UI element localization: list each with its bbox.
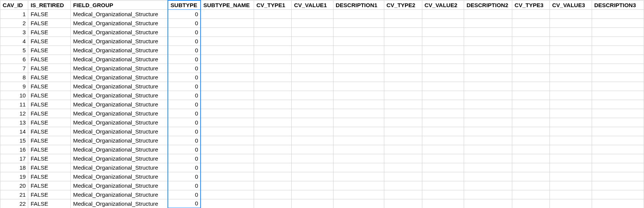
cell-cv_value3[interactable] <box>550 190 592 199</box>
cell-description1[interactable] <box>333 55 384 64</box>
cell-cv_type2[interactable] <box>384 127 422 136</box>
cell-cv_type3[interactable] <box>512 27 550 36</box>
table-row[interactable]: 12FALSEMedical_Organizational_Structure0 <box>0 109 644 118</box>
cell-cv_type2[interactable] <box>384 46 422 55</box>
cell-cav_id[interactable]: 2 <box>0 18 28 27</box>
cell-description2[interactable] <box>464 127 512 136</box>
cell-cav_id[interactable]: 4 <box>0 36 28 46</box>
cell-cv_value3[interactable] <box>550 118 592 127</box>
cell-cv_type2[interactable] <box>384 100 422 109</box>
cell-description2[interactable] <box>464 190 512 199</box>
cell-cv_value1[interactable] <box>292 73 333 82</box>
cell-description1[interactable] <box>333 64 384 73</box>
cell-subtype[interactable]: 0 <box>168 172 201 181</box>
column-header-subtype[interactable]: SUBTYPE <box>168 0 201 9</box>
cell-cv_type1[interactable] <box>254 100 292 109</box>
cell-cv_value1[interactable] <box>292 36 333 46</box>
cell-cv_type1[interactable] <box>254 163 292 172</box>
cell-subtype[interactable]: 0 <box>168 18 201 27</box>
cell-cv_type1[interactable] <box>254 36 292 46</box>
cell-cv_type1[interactable] <box>254 18 292 27</box>
cell-description1[interactable] <box>333 163 384 172</box>
cell-description1[interactable] <box>333 190 384 199</box>
column-header-cv_type2[interactable]: CV_TYPE2 <box>384 0 422 9</box>
cell-subtype_name[interactable] <box>201 46 254 55</box>
cell-subtype_name[interactable] <box>201 181 254 190</box>
cell-cv_type2[interactable] <box>384 73 422 82</box>
cell-description3[interactable] <box>592 9 644 18</box>
cell-cv_type3[interactable] <box>512 127 550 136</box>
cell-field_group[interactable]: Medical_Organizational_Structure <box>71 100 168 109</box>
cell-cv_value3[interactable] <box>550 82 592 91</box>
column-header-field_group[interactable]: FIELD_GROUP <box>71 0 168 9</box>
cell-field_group[interactable]: Medical_Organizational_Structure <box>71 27 168 36</box>
cell-cav_id[interactable]: 8 <box>0 73 28 82</box>
cell-is_retired[interactable]: FALSE <box>28 109 71 118</box>
cell-cav_id[interactable]: 9 <box>0 82 28 91</box>
cell-subtype[interactable]: 0 <box>168 109 201 118</box>
cell-cv_value1[interactable] <box>292 199 333 208</box>
cell-field_group[interactable]: Medical_Organizational_Structure <box>71 181 168 190</box>
cell-description3[interactable] <box>592 163 644 172</box>
cell-description2[interactable] <box>464 100 512 109</box>
cell-cav_id[interactable]: 1 <box>0 9 28 18</box>
cell-description2[interactable] <box>464 64 512 73</box>
cell-description1[interactable] <box>333 118 384 127</box>
cell-cv_value2[interactable] <box>422 190 464 199</box>
cell-description3[interactable] <box>592 55 644 64</box>
cell-cv_type3[interactable] <box>512 190 550 199</box>
cell-cv_type3[interactable] <box>512 100 550 109</box>
cell-cv_type2[interactable] <box>384 18 422 27</box>
data-table[interactable]: CAV_IDIS_RETIREDFIELD_GROUPSUBTYPESUBTYP… <box>0 0 644 208</box>
cell-cv_type3[interactable] <box>512 172 550 181</box>
table-row[interactable]: 20FALSEMedical_Organizational_Structure0 <box>0 181 644 190</box>
cell-cv_value1[interactable] <box>292 109 333 118</box>
cell-cv_type1[interactable] <box>254 190 292 199</box>
cell-cav_id[interactable]: 5 <box>0 46 28 55</box>
cell-cv_type2[interactable] <box>384 82 422 91</box>
cell-subtype[interactable]: 0 <box>168 154 201 163</box>
cell-cv_type3[interactable] <box>512 136 550 145</box>
cell-cv_value3[interactable] <box>550 73 592 82</box>
column-header-description1[interactable]: DESCRIPTION1 <box>333 0 384 9</box>
cell-subtype_name[interactable] <box>201 73 254 82</box>
cell-field_group[interactable]: Medical_Organizational_Structure <box>71 163 168 172</box>
table-row[interactable]: 11FALSEMedical_Organizational_Structure0 <box>0 100 644 109</box>
cell-subtype_name[interactable] <box>201 163 254 172</box>
cell-field_group[interactable]: Medical_Organizational_Structure <box>71 172 168 181</box>
cell-cv_type1[interactable] <box>254 46 292 55</box>
cell-field_group[interactable]: Medical_Organizational_Structure <box>71 127 168 136</box>
cell-description2[interactable] <box>464 136 512 145</box>
table-row[interactable]: 1FALSEMedical_Organizational_Structure0 <box>0 9 644 18</box>
cell-subtype_name[interactable] <box>201 109 254 118</box>
cell-cv_type1[interactable] <box>254 172 292 181</box>
cell-subtype_name[interactable] <box>201 136 254 145</box>
cell-is_retired[interactable]: FALSE <box>28 127 71 136</box>
table-row[interactable]: 8FALSEMedical_Organizational_Structure0 <box>0 73 644 82</box>
cell-cav_id[interactable]: 3 <box>0 27 28 36</box>
cell-cv_value2[interactable] <box>422 18 464 27</box>
cell-description3[interactable] <box>592 118 644 127</box>
cell-cv_value1[interactable] <box>292 145 333 154</box>
cell-cv_type3[interactable] <box>512 18 550 27</box>
cell-cv_value2[interactable] <box>422 181 464 190</box>
cell-is_retired[interactable]: FALSE <box>28 163 71 172</box>
cell-is_retired[interactable]: FALSE <box>28 9 71 18</box>
cell-is_retired[interactable]: FALSE <box>28 82 71 91</box>
cell-subtype[interactable]: 0 <box>168 91 201 100</box>
column-header-cv_value1[interactable]: CV_VALUE1 <box>292 0 333 9</box>
cell-subtype_name[interactable] <box>201 64 254 73</box>
table-row[interactable]: 4FALSEMedical_Organizational_Structure0 <box>0 36 644 46</box>
cell-cv_type2[interactable] <box>384 145 422 154</box>
cell-cv_type3[interactable] <box>512 145 550 154</box>
cell-cav_id[interactable]: 13 <box>0 118 28 127</box>
cell-cv_value3[interactable] <box>550 163 592 172</box>
cell-cv_value2[interactable] <box>422 118 464 127</box>
cell-description1[interactable] <box>333 9 384 18</box>
cell-cv_type3[interactable] <box>512 91 550 100</box>
cell-is_retired[interactable]: FALSE <box>28 55 71 64</box>
cell-cv_value3[interactable] <box>550 55 592 64</box>
table-row[interactable]: 21FALSEMedical_Organizational_Structure0 <box>0 190 644 199</box>
cell-cv_type1[interactable] <box>254 55 292 64</box>
cell-cav_id[interactable]: 20 <box>0 181 28 190</box>
